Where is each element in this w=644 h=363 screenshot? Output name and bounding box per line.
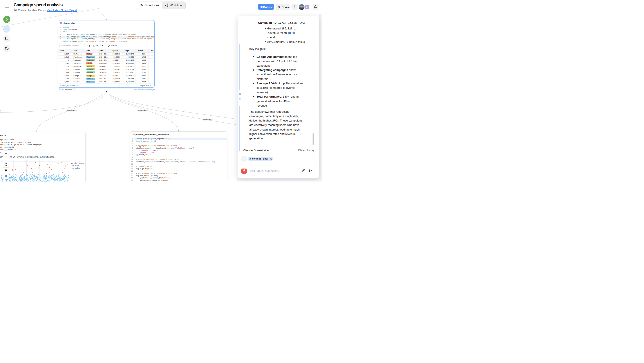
svg-text:SQL: SQL — [250, 159, 251, 160]
svg-text:SQL: SQL — [60, 23, 62, 24]
